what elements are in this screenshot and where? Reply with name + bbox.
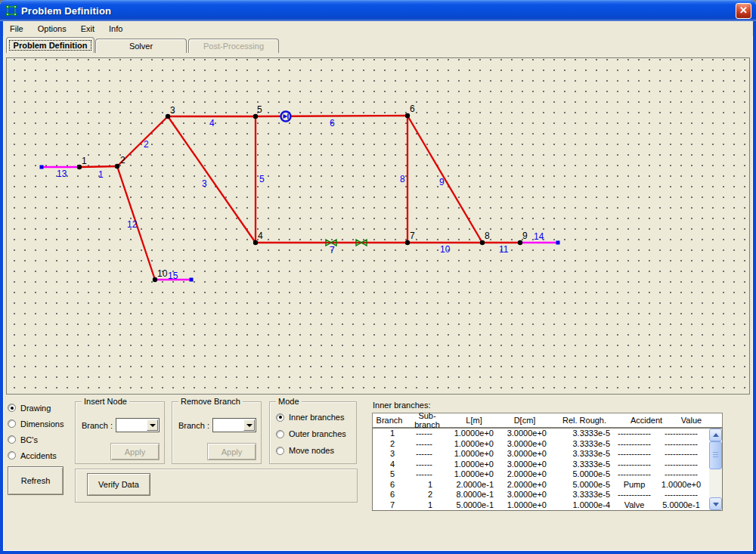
menu-item-info[interactable]: Info xyxy=(105,22,126,36)
radio-icon xyxy=(276,447,284,455)
remove-branch-apply-button[interactable]: Apply xyxy=(207,443,256,460)
view-mode-bc-s[interactable]: BC's xyxy=(8,432,64,447)
cell: ------------ xyxy=(613,490,655,500)
node-label-1: 1 xyxy=(82,156,87,166)
network-diagram: 12345678910111213141512345678910 xyxy=(7,58,749,394)
dropdown-arrow-icon[interactable] xyxy=(243,419,255,431)
cell: 3 xyxy=(373,449,398,460)
branch-label-15: 15 xyxy=(168,271,178,281)
cell: 7 xyxy=(373,500,398,511)
mode-inner-branches[interactable]: Inner branches xyxy=(276,413,346,422)
dropdown-arrow-icon[interactable] xyxy=(147,419,158,431)
table-row[interactable]: 1------1.0000e+03.0000e+03.3333e-5------… xyxy=(373,429,709,439)
node-label-6: 6 xyxy=(410,104,415,114)
tab-post-processing[interactable]: Post-Processing xyxy=(188,39,279,53)
refresh-button[interactable]: Refresh xyxy=(8,466,64,495)
branch-label-6: 6 xyxy=(330,118,335,128)
cell: 1.0000e+0 xyxy=(497,500,550,511)
cell: 1 xyxy=(398,500,436,511)
inner-branch-9[interactable] xyxy=(407,116,482,243)
mode-move-nodes[interactable]: Move nodes xyxy=(276,446,346,455)
cell: ------------ xyxy=(613,449,655,460)
cell: ------------ xyxy=(655,460,707,470)
tab-strip: Problem DefinitionSolverPost-Processing xyxy=(3,36,753,53)
node-2[interactable] xyxy=(115,164,119,169)
cell: 6 xyxy=(373,490,398,500)
insert-node-branch-combo[interactable] xyxy=(116,418,160,432)
node-label-2: 2 xyxy=(120,155,125,166)
window-title: Problem Definition xyxy=(21,5,111,17)
cell: 2 xyxy=(373,439,398,450)
radio-label: Inner branches xyxy=(289,413,344,422)
cell: 3.0000e+0 xyxy=(497,429,550,439)
table-row[interactable]: 3------1.0000e+03.0000e+03.3333e-5------… xyxy=(373,449,709,460)
inner-branch-6[interactable] xyxy=(256,116,407,116)
tab-solver[interactable]: Solver xyxy=(95,39,187,53)
cell: ------------ xyxy=(655,439,707,450)
app-icon xyxy=(5,5,17,17)
scroll-down-button[interactable] xyxy=(709,497,722,510)
titlebar[interactable]: Problem Definition ✕ xyxy=(0,0,756,21)
menu-item-options[interactable]: Options xyxy=(34,22,70,36)
cell: 5 xyxy=(373,469,398,480)
table-row[interactable]: 612.0000e-12.0000e+05.0000e-5Pump1.0000e… xyxy=(373,480,709,491)
inner-branch-1[interactable] xyxy=(79,166,117,167)
table-scrollbar[interactable] xyxy=(709,429,722,510)
radio-icon xyxy=(8,419,16,428)
cell: 5.0000e-1 xyxy=(655,500,707,511)
table-row[interactable]: 628.0000e-13.0000e+03.3333e-5-----------… xyxy=(373,490,709,500)
remove-branch-combo[interactable] xyxy=(212,418,256,432)
cell: ------ xyxy=(398,469,436,480)
mode-group: Mode Inner branchesOuter branchesMove no… xyxy=(269,401,357,464)
scroll-up-button[interactable] xyxy=(709,429,722,441)
cell: 3.3333e-5 xyxy=(550,449,613,460)
column-header-branch: Branch xyxy=(373,416,406,425)
branch-label-10: 10 xyxy=(440,244,451,255)
tab-problem-definition[interactable]: Problem Definition xyxy=(6,37,94,53)
drawing-canvas[interactable]: 12345678910111213141512345678910 xyxy=(6,57,750,395)
view-mode-accidents[interactable]: Accidents xyxy=(8,447,64,463)
cell: 5.0000e-1 xyxy=(436,500,497,511)
scroll-thumb[interactable] xyxy=(709,441,722,469)
close-icon: ✕ xyxy=(739,5,748,16)
view-mode-dimensions[interactable]: Dimensions xyxy=(8,416,64,432)
cell: ------------ xyxy=(655,469,707,480)
cell: ------------ xyxy=(613,429,655,439)
pump-symbol-icon[interactable] xyxy=(281,112,291,122)
node-label-7: 7 xyxy=(410,231,415,241)
radio-icon xyxy=(8,404,16,412)
chevron-down-icon xyxy=(713,503,719,506)
cell: 2.0000e+0 xyxy=(497,469,550,480)
table-listbox[interactable]: 1------1.0000e+03.0000e+03.3333e-5------… xyxy=(372,428,723,511)
verify-data-button[interactable]: Verify Data xyxy=(87,473,150,496)
close-button[interactable]: ✕ xyxy=(736,3,751,19)
menu-item-file[interactable]: File xyxy=(6,22,27,36)
cell: 1 xyxy=(398,480,436,491)
cell: 8.0000e-1 xyxy=(436,490,497,500)
app-window: Problem Definition ✕ FileOptionsExitInfo… xyxy=(0,0,756,554)
insert-node-group: Insert Node Branch : Apply xyxy=(75,401,165,464)
table-row[interactable]: 715.0000e-11.0000e+01.0000e-4Valve5.0000… xyxy=(373,500,709,511)
mode-outer-branches[interactable]: Outer branches xyxy=(276,429,346,438)
radio-icon xyxy=(276,430,284,438)
branch-label-4: 4 xyxy=(209,118,215,128)
table-caption: Inner branches: xyxy=(373,401,430,410)
cell: ------ xyxy=(398,429,436,439)
column-header-sub-branch: Sub-branch xyxy=(406,411,448,429)
tab-label: Problem Definition xyxy=(14,41,88,50)
node-label-9: 9 xyxy=(522,231,528,241)
view-mode-drawing[interactable]: Drawing xyxy=(8,400,64,416)
radio-label: Accidents xyxy=(20,451,57,460)
table-row[interactable]: 2------1.0000e+03.0000e+03.3333e-5------… xyxy=(373,439,709,450)
table-row[interactable]: 5------1.0000e+02.0000e+05.0000e-5------… xyxy=(373,469,709,480)
inner-branch-3[interactable] xyxy=(168,116,256,243)
branch-endpoint-square xyxy=(40,166,44,169)
branch-label-9: 9 xyxy=(439,177,445,187)
insert-node-apply-button[interactable]: Apply xyxy=(110,443,160,460)
menu-item-exit[interactable]: Exit xyxy=(77,22,98,36)
cell: 5.0000e-5 xyxy=(550,469,613,480)
node-label-4: 4 xyxy=(258,231,263,241)
cell: 3.3333e-5 xyxy=(550,429,613,439)
group-title: Mode xyxy=(276,397,302,406)
table-row[interactable]: 4------1.0000e+03.0000e+03.3333e-5------… xyxy=(373,460,709,470)
